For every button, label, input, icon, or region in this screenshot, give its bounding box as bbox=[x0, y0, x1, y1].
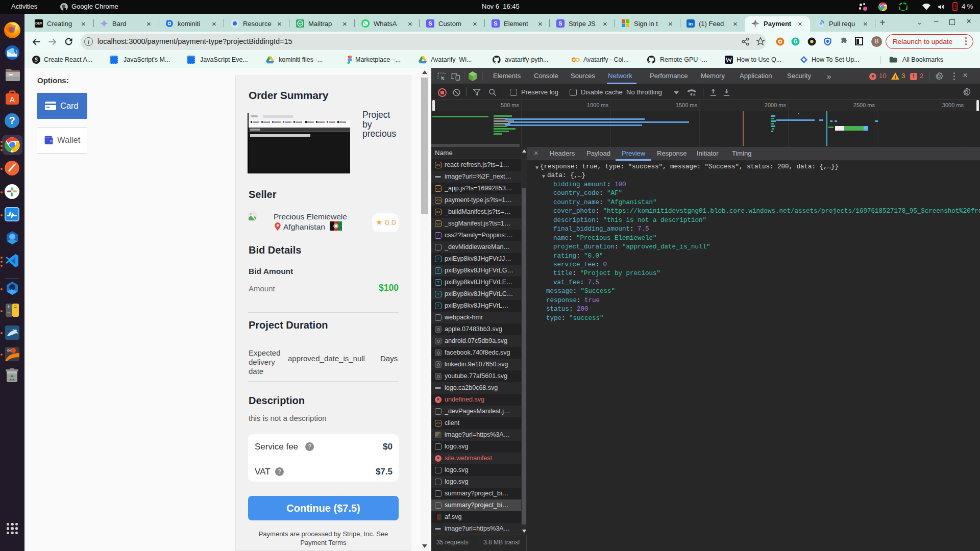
svg-text:S: S bbox=[428, 20, 432, 27]
svg-text:G4: G4 bbox=[7, 349, 11, 352]
svg-text:G: G bbox=[794, 39, 798, 44]
svg-text:in: in bbox=[689, 21, 693, 27]
svg-text:A: A bbox=[10, 95, 15, 104]
svg-text:−: − bbox=[7, 309, 10, 316]
svg-text:S: S bbox=[494, 20, 497, 27]
svg-text:S: S bbox=[558, 20, 562, 27]
svg-text:=: = bbox=[14, 304, 17, 310]
